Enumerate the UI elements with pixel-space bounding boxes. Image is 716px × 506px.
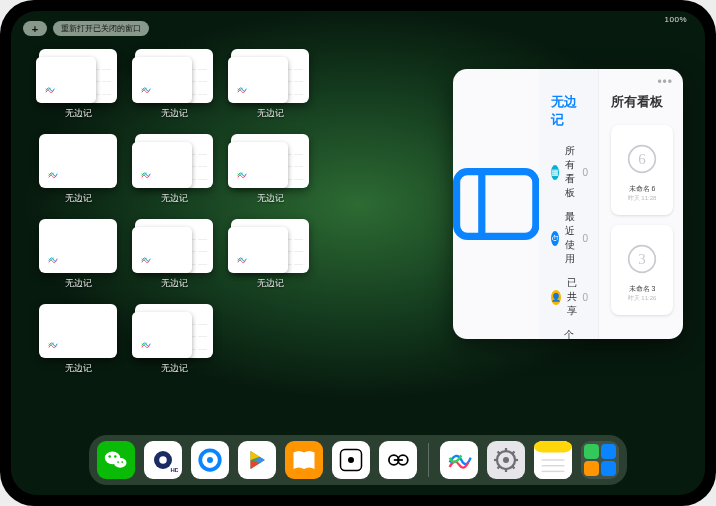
dock-app-library-icon[interactable] (581, 441, 619, 479)
svg-text:HD: HD (171, 467, 179, 473)
svg-line-47 (512, 452, 514, 454)
new-window-button[interactable]: + (23, 21, 47, 36)
dock-settings-icon[interactable] (487, 441, 525, 479)
category-row[interactable]: 👤已共享0 (551, 271, 588, 323)
window-label: 无边记 (65, 277, 92, 290)
category-row[interactable]: ⏱最近使用0 (551, 205, 588, 271)
window-thumb[interactable]: 无边记 (135, 49, 213, 120)
svg-line-41 (512, 466, 514, 468)
screen: 100% + 重新打开已关闭的窗口 无边记无边记无边记无边记无边记无边记无边记无… (11, 11, 705, 495)
svg-point-27 (207, 457, 213, 463)
window-thumb[interactable]: 无边记 (135, 219, 213, 290)
svg-point-18 (114, 458, 127, 468)
window-thumb[interactable]: 无边记 (231, 134, 309, 205)
battery-text: 100% (665, 15, 687, 24)
dock-quark-icon[interactable] (191, 441, 229, 479)
panel-content: 所有看板 6未命名 6昨天 11:283未命名 3昨天 11:26 (599, 69, 683, 339)
reopen-label: 重新打开已关闭的窗口 (61, 23, 141, 34)
dock-quark-hd-icon[interactable]: HD (144, 441, 182, 479)
dock-camera-video-icon[interactable] (379, 441, 417, 479)
board-card[interactable]: 6未命名 6昨天 11:28 (611, 125, 673, 215)
window-label: 无边记 (161, 362, 188, 375)
dock-dice-icon[interactable] (332, 441, 370, 479)
reopen-closed-window-button[interactable]: 重新打开已关闭的窗口 (53, 21, 149, 36)
window-label: 无边记 (257, 192, 284, 205)
window-label: 无边记 (257, 277, 284, 290)
window-thumb[interactable]: 无边记 (39, 49, 117, 120)
panel-section-title: 所有看板 (611, 93, 673, 111)
window-label: 无边记 (161, 277, 188, 290)
board-card[interactable]: 3未命名 3昨天 11:26 (611, 225, 673, 315)
window-label: 无边记 (257, 107, 284, 120)
app-preview-panel[interactable]: ••• 无边记 ▦所有看板0⏱最近使用0👤已共享0♥个人收藏0 所有看板 6未命… (453, 69, 683, 339)
sidebar-icon[interactable] (453, 69, 539, 339)
window-label: 无边记 (65, 192, 92, 205)
window-label: 无边记 (161, 107, 188, 120)
panel-sidebar: 无边记 ▦所有看板0⏱最近使用0👤已共享0♥个人收藏0 (539, 69, 599, 339)
window-thumb[interactable]: 无边记 (39, 304, 117, 375)
dock-notes-icon[interactable] (534, 441, 572, 479)
plus-icon: + (32, 23, 38, 35)
window-thumb[interactable]: 无边记 (231, 219, 309, 290)
window-label: 无边记 (65, 107, 92, 120)
window-thumb[interactable]: 无边记 (39, 219, 117, 290)
svg-point-39 (503, 457, 509, 463)
window-label: 无边记 (161, 192, 188, 205)
svg-point-19 (108, 455, 111, 458)
svg-rect-11 (457, 172, 536, 237)
svg-point-21 (117, 461, 119, 463)
dock: HD (89, 435, 627, 485)
svg-text:3: 3 (638, 251, 646, 267)
top-controls: + 重新打开已关闭的窗口 (23, 21, 149, 36)
ipad-frame: 100% + 重新打开已关闭的窗口 无边记无边记无边记无边记无边记无边记无边记无… (0, 0, 716, 506)
svg-point-22 (121, 461, 123, 463)
svg-rect-49 (534, 441, 572, 452)
dock-wechat-icon[interactable] (97, 441, 135, 479)
window-label: 无边记 (65, 362, 92, 375)
svg-point-20 (114, 455, 117, 458)
svg-text:6: 6 (638, 151, 646, 167)
window-thumb[interactable]: 无边记 (39, 134, 117, 205)
status-bar: 100% (665, 15, 687, 24)
svg-line-45 (498, 452, 500, 454)
svg-line-43 (498, 466, 500, 468)
window-thumb[interactable]: 无边记 (135, 304, 213, 375)
category-row[interactable]: ♥个人收藏0 (551, 323, 588, 339)
svg-point-33 (348, 457, 354, 463)
dock-play-store-icon[interactable] (238, 441, 276, 479)
ellipsis-icon[interactable]: ••• (657, 75, 673, 89)
dock-separator (428, 443, 429, 477)
window-thumb[interactable]: 无边记 (231, 49, 309, 120)
category-row[interactable]: ▦所有看板0 (551, 139, 588, 205)
panel-app-title: 无边记 (551, 93, 588, 129)
dock-books-icon[interactable] (285, 441, 323, 479)
window-grid: 无边记无边记无边记无边记无边记无边记无边记无边记无边记无边记无边记 (39, 49, 405, 375)
window-thumb[interactable]: 无边记 (135, 134, 213, 205)
dock-freeform-icon[interactable] (440, 441, 478, 479)
svg-point-24 (159, 456, 167, 464)
